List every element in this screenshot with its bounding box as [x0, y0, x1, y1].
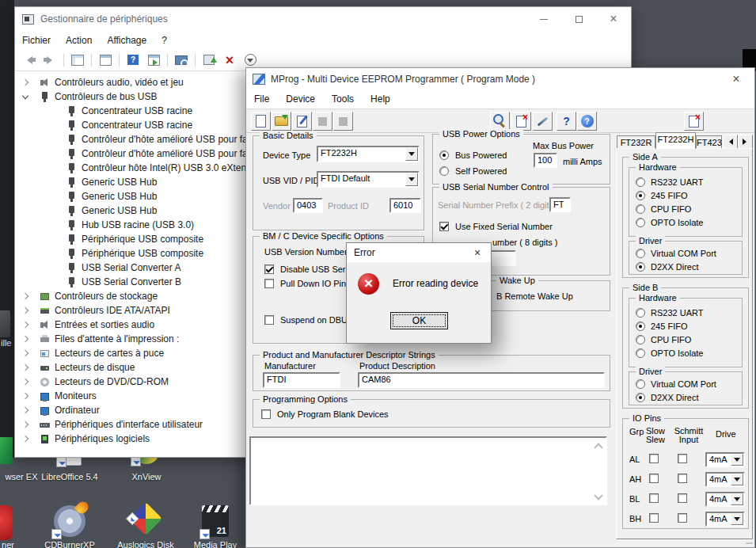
dropdown-button[interactable]: [731, 513, 743, 525]
open-file-button[interactable]: [272, 112, 291, 131]
tab-ft2232h[interactable]: FT2232H: [655, 132, 696, 149]
chevron-right-icon[interactable]: [21, 390, 32, 401]
chevron-right-icon[interactable]: [21, 319, 32, 330]
tab-scroll-right-button[interactable]: [738, 135, 753, 149]
disable-icon[interactable]: [241, 51, 260, 69]
tree-item[interactable]: Contrôleur hôte Intel(R) USB 3.0 eXtensi: [21, 161, 253, 175]
uninstall-icon[interactable]: [220, 51, 239, 69]
edit-button[interactable]: [292, 112, 312, 131]
schmitt-input-checkbox[interactable]: [678, 493, 687, 503]
green-desktop-icon[interactable]: [0, 437, 13, 464]
drive-combobox[interactable]: 4mA: [705, 452, 745, 467]
ok-button[interactable]: OK: [390, 312, 448, 329]
close-button[interactable]: ×: [724, 73, 748, 86]
drive-combobox[interactable]: 4mA: [705, 472, 745, 487]
tree-item[interactable]: Ordinateur: [21, 403, 100, 417]
chevron-right-icon[interactable]: [21, 362, 32, 373]
tree-item[interactable]: Generic USB Hub: [21, 189, 157, 204]
forward-icon[interactable]: [40, 51, 59, 69]
action-pane-icon[interactable]: [144, 51, 163, 69]
tree-item[interactable]: Lecteurs de disque: [21, 360, 135, 375]
schmitt-input-checkbox[interactable]: [678, 474, 687, 483]
properties-icon[interactable]: [96, 51, 115, 69]
tab-scroll-left-button[interactable]: [723, 135, 738, 149]
tree-item[interactable]: Entrées et sorties audio: [21, 318, 154, 332]
log-output-area[interactable]: [249, 436, 607, 505]
radio-icon[interactable]: [636, 335, 645, 344]
scroll-up-icon[interactable]: [595, 442, 603, 449]
chevron-right-icon[interactable]: [21, 77, 32, 88]
schmitt-input-checkbox[interactable]: [678, 454, 687, 463]
chevron-down-icon[interactable]: [21, 91, 32, 102]
menu-action[interactable]: Action: [66, 35, 92, 46]
radio-icon[interactable]: [636, 249, 645, 258]
tree-item[interactable]: Contrôleurs de bus USB: [21, 89, 157, 104]
mediaplayer-desktop-icon[interactable]: [202, 505, 229, 537]
dropdown-button[interactable]: [405, 173, 418, 186]
menu-device[interactable]: Device: [286, 93, 315, 105]
help-icon[interactable]: [123, 51, 142, 69]
close-icon[interactable]: ×: [471, 247, 484, 258]
tree-item[interactable]: Generic USB Hub: [21, 175, 157, 189]
tree-item[interactable]: Moniteurs: [21, 389, 97, 403]
schmitt-input-checkbox[interactable]: [678, 513, 687, 523]
dropdown-button[interactable]: [731, 454, 743, 466]
erase-device-button[interactable]: [511, 112, 531, 131]
disabled-1-button[interactable]: [313, 112, 332, 131]
tree-item[interactable]: Périphériques logiciels: [21, 432, 150, 446]
slow-slew-checkbox[interactable]: [649, 474, 659, 483]
tree-item[interactable]: Contrôleurs IDE ATA/ATAPI: [21, 303, 170, 318]
new-file-button[interactable]: [251, 112, 271, 131]
console-tree-icon[interactable]: [68, 51, 87, 69]
radio-icon[interactable]: [636, 379, 645, 389]
checkbox-icon[interactable]: [264, 279, 274, 288]
hardware-option[interactable]: 245 FIFO: [636, 321, 687, 332]
chevron-right-icon[interactable]: [21, 419, 32, 430]
menu-help[interactable]: ?: [161, 35, 167, 46]
tab-ft423[interactable]: FT423: [696, 135, 722, 149]
tree-item[interactable]: Concentrateur USB racine: [21, 118, 192, 132]
suspend-dbus-option[interactable]: Suspend on DBUS: [264, 315, 353, 325]
cycle-device-button[interactable]: [684, 112, 704, 131]
pull-down-io-option[interactable]: Pull Down IO Pins i: [264, 279, 355, 288]
checkbox-icon[interactable]: [439, 222, 449, 231]
radio-icon[interactable]: [636, 218, 645, 227]
driver-option[interactable]: Virtual COM Port: [636, 248, 716, 259]
menu-affichage[interactable]: Affichage: [107, 35, 146, 46]
hardware-option[interactable]: CPU FIFO: [636, 204, 691, 215]
radio-icon[interactable]: [636, 191, 645, 200]
tab-ft232r[interactable]: FT232R: [617, 135, 655, 149]
checkbox-icon[interactable]: [264, 264, 274, 274]
radio-icon[interactable]: [636, 204, 645, 214]
tree-item[interactable]: Hub USB racine (USB 3.0): [21, 218, 194, 232]
auslogics-desktop-icon[interactable]: [129, 502, 162, 535]
maximize-button[interactable]: [561, 8, 596, 31]
radio-icon[interactable]: [439, 150, 449, 160]
dropdown-button[interactable]: [731, 493, 743, 505]
back-icon[interactable]: [20, 51, 39, 69]
checkbox-icon[interactable]: [261, 409, 271, 419]
menu-fichier[interactable]: Fichier: [22, 35, 51, 46]
hardware-option[interactable]: RS232 UART: [636, 307, 703, 318]
scroll-down-icon[interactable]: [595, 493, 603, 500]
tree-item[interactable]: USB Serial Converter A: [21, 261, 180, 275]
menu-file[interactable]: File: [254, 93, 269, 105]
minimize-button[interactable]: [526, 8, 561, 31]
manufacturer-field[interactable]: FTDI: [263, 372, 340, 388]
only-program-blank-option[interactable]: Only Program Blank Devices: [261, 409, 389, 419]
radio-icon[interactable]: [636, 348, 645, 358]
radio-icon[interactable]: [439, 166, 449, 176]
driver-option[interactable]: D2XX Direct: [636, 261, 699, 272]
recycle-bin-icon[interactable]: [0, 310, 10, 337]
tree-item[interactable]: Périphériques d'interface utilisateur: [21, 417, 203, 432]
menu-tools[interactable]: Tools: [332, 93, 354, 105]
product-id-field[interactable]: 6010: [389, 198, 421, 213]
tree-item[interactable]: USB Serial Converter B: [21, 275, 181, 289]
resize-grip[interactable]: [746, 542, 753, 544]
tree-item[interactable]: Generic USB Hub: [21, 204, 157, 218]
tree-item[interactable]: Files d'attente à l'impression :: [21, 332, 179, 346]
hardware-option[interactable]: RS232 UART: [636, 177, 703, 188]
drive-combobox[interactable]: 4mA: [705, 512, 745, 527]
tree-item[interactable]: Lecteurs de DVD/CD-ROM: [21, 375, 169, 389]
slow-slew-checkbox[interactable]: [649, 493, 659, 503]
